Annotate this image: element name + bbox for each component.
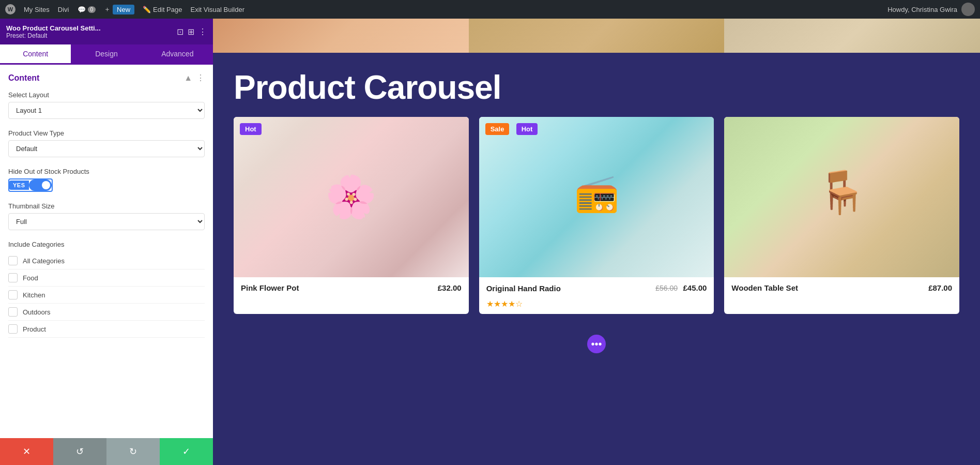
sidebar-header-icons: ⊡ ⊞ ⋮ <box>177 27 207 37</box>
section-more-button[interactable]: ⋮ <box>196 73 205 83</box>
section-actions: ▲ ⋮ <box>184 73 205 83</box>
thumbnail-size-field: Thumbnail Size Full Large Medium Thumbna… <box>8 202 205 230</box>
main-layout: Woo Product Carousel Setti... Preset: De… <box>0 19 980 465</box>
product-view-label: Product View Type <box>8 129 205 137</box>
tab-advanced[interactable]: Advanced <box>142 44 213 65</box>
product-price-1: £32.00 <box>438 283 462 292</box>
select-layout-label: Select Layout <box>8 91 205 99</box>
edit-page-link[interactable]: ✏️ Edit Page <box>143 6 182 13</box>
image-strip <box>213 19 980 53</box>
new-icon: ＋ <box>104 5 111 14</box>
undo-icon: ↺ <box>76 446 84 457</box>
category-checkbox-all[interactable] <box>8 256 18 265</box>
product-card-2: Sale Hot Original Hand Radio £56.00 £45.… <box>479 117 714 314</box>
category-label-outdoors: Outdoors <box>23 308 50 316</box>
my-sites-link[interactable]: My Sites <box>24 6 50 13</box>
toggle-switch[interactable] <box>29 179 52 191</box>
category-label-product: Product <box>23 325 46 333</box>
toggle-yes-label: YES <box>9 181 29 190</box>
carousel-dots-btn[interactable]: ••• <box>587 335 606 353</box>
tab-design[interactable]: Design <box>71 44 142 65</box>
badge-hot-2: Hot <box>516 123 538 135</box>
product-image-3 <box>724 117 959 277</box>
redo-button[interactable]: ↻ <box>106 438 160 465</box>
product-name-1: Pink Flower Pot <box>241 283 299 292</box>
product-info-2: Original Hand Radio £56.00 £45.00 <box>479 277 714 299</box>
undo-button[interactable]: ↺ <box>53 438 106 465</box>
hide-out-of-stock-field: Hide Out of Stock Products YES <box>8 168 205 192</box>
comments-link[interactable]: 💬 0 <box>78 6 96 13</box>
layout-select[interactable]: Layout 1 Layout 2 Layout 3 <box>8 102 205 119</box>
content-section-title: Content <box>8 73 39 83</box>
toggle-knob <box>42 181 50 189</box>
badge-hot-1: Hot <box>240 123 262 135</box>
avatar <box>961 3 975 16</box>
category-checkbox-kitchen[interactable] <box>8 290 18 299</box>
carousel-title-section: Product Carousel <box>213 53 980 117</box>
carousel-dots: ••• <box>213 329 980 364</box>
divi-link[interactable]: Divi <box>58 6 69 13</box>
product-name-2: Original Hand Radio <box>486 284 561 293</box>
product-card-3: Wooden Table Set £87.00 <box>724 117 959 314</box>
category-checkbox-food[interactable] <box>8 273 18 282</box>
top-bar: W My Sites Divi 💬 0 ＋ New ✏️ Edit Page E… <box>0 0 980 19</box>
strip-segment-2 <box>469 19 725 53</box>
include-categories-label: Include Categories <box>8 241 205 248</box>
save-button[interactable]: ✓ <box>160 438 213 465</box>
product-view-type-field: Product View Type Default Grid List <box>8 129 205 157</box>
sidebar: Woo Product Carousel Setti... Preset: De… <box>0 19 213 465</box>
strip-segment-3 <box>724 19 980 53</box>
select-layout-field: Select Layout Layout 1 Layout 2 Layout 3 <box>8 91 205 119</box>
category-checkbox-outdoors[interactable] <box>8 307 18 317</box>
divi-label: Divi <box>58 6 69 13</box>
sidebar-content: Content ▲ ⋮ Select Layout Layout 1 Layou… <box>0 65 213 438</box>
edit-page-label: Edit Page <box>153 6 182 13</box>
bottom-toolbar: ✕ ↺ ↻ ✓ <box>0 438 213 465</box>
product-price-3: £87.00 <box>928 283 952 292</box>
sidebar-preset: Preset: Default <box>6 32 101 39</box>
minimize-button[interactable]: ⊡ <box>177 27 183 37</box>
category-item-all: All Categories <box>8 252 205 269</box>
tab-content[interactable]: Content <box>0 44 71 65</box>
my-sites-label: My Sites <box>24 6 50 13</box>
product-view-select[interactable]: Default Grid List <box>8 140 205 157</box>
thumbnail-size-label: Thumbnail Size <box>8 202 205 210</box>
exit-builder-link[interactable]: Exit Visual Builder <box>190 6 244 13</box>
sidebar-header: Woo Product Carousel Setti... Preset: De… <box>0 19 213 44</box>
exit-builder-label: Exit Visual Builder <box>190 6 244 13</box>
thumbnail-size-select[interactable]: Full Large Medium Thumbnail <box>8 213 205 230</box>
pencil-icon: ✏️ <box>143 6 151 13</box>
product-new-price-2: £45.00 <box>683 283 707 292</box>
toggle-row: YES <box>8 178 205 192</box>
cancel-button[interactable]: ✕ <box>0 438 53 465</box>
product-info-3: Wooden Table Set £87.00 <box>724 277 959 298</box>
new-link[interactable]: ＋ New <box>104 5 134 14</box>
new-label[interactable]: New <box>113 5 134 14</box>
wordpress-icon[interactable]: W <box>5 4 16 14</box>
redo-icon: ↻ <box>129 446 137 457</box>
category-item-outdoors: Outdoors <box>8 304 205 321</box>
category-item-food: Food <box>8 269 205 287</box>
category-label-kitchen: Kitchen <box>23 291 45 299</box>
categories-list: All Categories Food Kitchen Outdoors <box>8 252 205 338</box>
product-image-1 <box>234 117 469 277</box>
canvas: Product Carousel Hot Pink Flower Pot £32… <box>213 19 980 465</box>
sidebar-title: Woo Product Carousel Setti... <box>6 24 101 32</box>
more-options-button[interactable]: ⋮ <box>198 27 207 37</box>
product-image-2 <box>479 117 714 277</box>
collapse-button[interactable]: ▲ <box>184 73 192 83</box>
category-label-all: All Categories <box>23 257 65 265</box>
product-info-1: Pink Flower Pot £32.00 <box>234 277 469 298</box>
hide-out-of-stock-label: Hide Out of Stock Products <box>8 168 205 175</box>
save-icon: ✓ <box>182 446 190 457</box>
user-greeting: Howdy, Christina Gwira <box>887 6 957 13</box>
category-checkbox-product[interactable] <box>8 324 18 334</box>
include-categories-field: Include Categories All Categories Food K… <box>8 241 205 338</box>
product-old-price-2: £56.00 <box>655 284 678 292</box>
product-card-1: Hot Pink Flower Pot £32.00 <box>234 117 469 314</box>
toggle-container[interactable]: YES <box>8 178 53 192</box>
grid-button[interactable]: ⊞ <box>188 27 194 37</box>
cancel-icon: ✕ <box>23 446 30 457</box>
carousel-title: Product Carousel <box>234 68 959 107</box>
category-label-food: Food <box>23 274 38 282</box>
